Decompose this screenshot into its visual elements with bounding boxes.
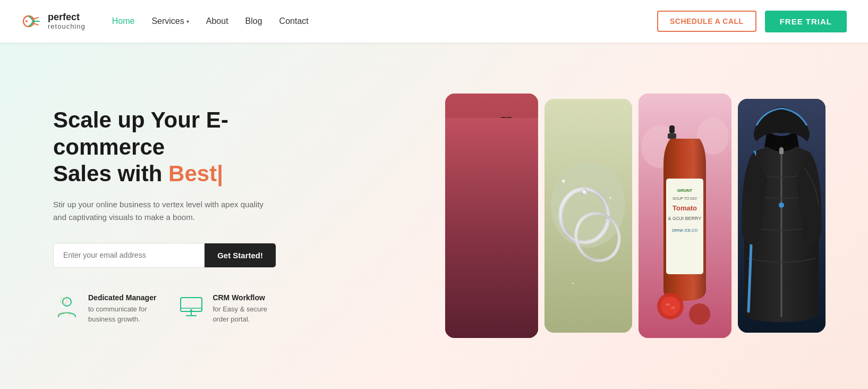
logo-retouching: retouching xyxy=(48,23,86,30)
schedule-call-button[interactable]: SCHEDULE A CALL xyxy=(657,11,756,32)
feature-manager-desc: to communicate for business growth. xyxy=(88,304,156,325)
svg-text:& GOJI BERRY: & GOJI BERRY xyxy=(668,216,702,221)
svg-rect-13 xyxy=(493,167,522,273)
svg-point-37 xyxy=(661,297,680,316)
hero-images: ✦ ✦ ✦ xyxy=(329,83,826,349)
logo-icon xyxy=(21,10,44,32)
email-form: Get Started! xyxy=(53,243,276,268)
nav-blog[interactable]: Blog xyxy=(245,16,262,26)
women-image xyxy=(445,94,538,338)
nav-links: Home Services ▾ About Blog Contact xyxy=(112,16,309,26)
nav-contact[interactable]: Contact xyxy=(279,16,309,26)
free-trial-button[interactable]: FREE TRIAL xyxy=(765,11,847,32)
svg-point-44 xyxy=(779,202,784,208)
svg-rect-43 xyxy=(779,148,784,154)
svg-text:✦: ✦ xyxy=(608,195,612,201)
email-input[interactable] xyxy=(54,243,205,267)
hero-features: Dedicated Manager to communicate for bus… xyxy=(53,293,329,325)
svg-text:DRINK ICE-CO: DRINK ICE-CO xyxy=(672,229,698,232)
navbar-right: SCHEDULE A CALL FREE TRIAL xyxy=(657,11,847,32)
hero-cursor: | xyxy=(217,161,223,186)
svg-rect-11 xyxy=(461,173,493,269)
feature-crm-desc: for Easy & secure order portal. xyxy=(212,304,267,325)
svg-point-12 xyxy=(491,119,521,154)
navbar-left: perfect retouching Home Services ▾ About… xyxy=(21,10,309,32)
feature-manager-title: Dedicated Manager xyxy=(88,293,156,302)
svg-rect-29 xyxy=(668,133,676,139)
hero-title-highlight: Best xyxy=(168,161,217,186)
svg-point-8 xyxy=(190,309,192,311)
feature-crm-title: CRM Workflow xyxy=(212,293,267,302)
svg-text:✦: ✦ xyxy=(560,177,567,185)
svg-point-39 xyxy=(666,303,670,306)
hero-subtitle: Stir up your online business to vertex l… xyxy=(53,198,276,224)
svg-rect-28 xyxy=(669,125,675,133)
dedicated-manager-icon xyxy=(53,293,81,321)
hero-image-jacket xyxy=(738,99,826,333)
hero-content: Scale up Your E-commerce Sales with Best… xyxy=(53,107,329,324)
nav-home[interactable]: Home xyxy=(112,16,135,26)
feature-crm: CRM Workflow for Easy & secure order por… xyxy=(177,293,267,325)
svg-point-19 xyxy=(583,190,586,193)
svg-point-38 xyxy=(689,303,710,325)
hero-image-jewelry: ✦ ✦ ✦ xyxy=(544,99,632,333)
navbar: perfect retouching Home Services ▾ About… xyxy=(0,0,868,43)
feature-manager-text: Dedicated Manager to communicate for bus… xyxy=(88,293,156,325)
svg-text:SOUP TO GO!: SOUP TO GO! xyxy=(673,197,697,200)
svg-rect-9 xyxy=(445,94,538,338)
svg-point-1 xyxy=(25,20,28,22)
get-started-button[interactable]: Get Started! xyxy=(205,243,276,267)
crm-workflow-icon xyxy=(177,293,205,321)
svg-point-40 xyxy=(671,307,675,309)
services-chevron-icon: ▾ xyxy=(186,19,189,24)
svg-text:Tomato: Tomato xyxy=(673,204,697,212)
logo-perfect: perfect xyxy=(48,12,86,23)
hero-image-women xyxy=(445,94,538,338)
nav-services[interactable]: Services ▾ xyxy=(151,16,189,26)
svg-point-10 xyxy=(461,125,493,163)
hero-section: Scale up Your E-commerce Sales with Best… xyxy=(0,43,868,389)
feature-crm-text: CRM Workflow for Easy & secure order por… xyxy=(212,293,267,325)
nav-about[interactable]: About xyxy=(206,16,228,26)
logo-text: perfect retouching xyxy=(48,12,86,30)
svg-text:GRUNT: GRUNT xyxy=(677,188,693,193)
hero-title: Scale up Your E-commerce Sales with Best… xyxy=(53,107,329,187)
feature-manager: Dedicated Manager to communicate for bus… xyxy=(53,293,156,325)
svg-text:✦: ✦ xyxy=(571,281,575,286)
svg-rect-30 xyxy=(666,179,703,274)
hero-image-sauce: GRUNT SOUP TO GO! Tomato & GOJI BERRY DR… xyxy=(639,94,731,338)
logo[interactable]: perfect retouching xyxy=(21,10,86,32)
